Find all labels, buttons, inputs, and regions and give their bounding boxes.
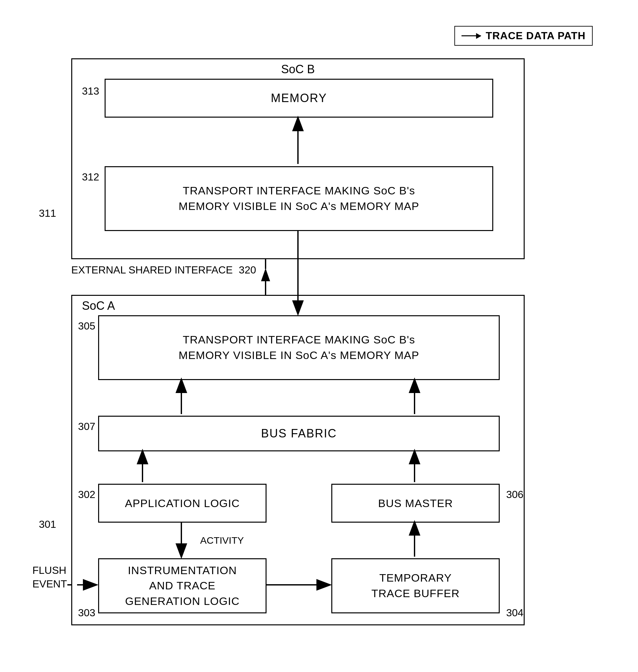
transport-b-label: TRANSPORT INTERFACE MAKING SoC B's MEMOR… xyxy=(179,183,419,214)
app-logic-label: APPLICATION LOGIC xyxy=(125,497,240,510)
ref-305: 305 xyxy=(78,320,95,332)
transport-a-box: TRANSPORT INTERFACE MAKING SoC B's MEMOR… xyxy=(98,315,500,380)
ref-307: 307 xyxy=(78,421,95,432)
legend: TRACE DATA PATH xyxy=(454,26,593,46)
transport-a-label: TRANSPORT INTERFACE MAKING SoC B's MEMOR… xyxy=(179,332,419,363)
trace-buffer-box: TEMPORARY TRACE BUFFER xyxy=(331,558,500,613)
soc-b-box: SoC B MEMORY 313 TRANSPORT INTERFACE MAK… xyxy=(71,58,525,259)
ref-302: 302 xyxy=(78,489,95,501)
bus-master-label: BUS MASTER xyxy=(378,497,453,510)
legend-arrow-icon xyxy=(461,35,481,36)
transport-b-box: TRANSPORT INTERFACE MAKING SoC B's MEMOR… xyxy=(105,166,493,231)
legend-label: TRACE DATA PATH xyxy=(486,30,586,42)
ref-313: 313 xyxy=(82,85,99,97)
soc-a-label: SoC A xyxy=(82,299,115,313)
ref-303: 303 xyxy=(78,607,95,619)
app-logic-box: APPLICATION LOGIC xyxy=(98,484,267,523)
memory-label: MEMORY xyxy=(271,92,327,105)
ref-311: 311 xyxy=(39,207,56,219)
bus-fabric-box: BUS FABRIC xyxy=(98,416,500,452)
ref-306: 306 xyxy=(506,489,523,501)
soc-a-box: SoC A TRANSPORT INTERFACE MAKING SoC B's… xyxy=(71,295,525,625)
ext-interface-label: EXTERNAL SHARED INTERFACE 320 xyxy=(71,264,256,276)
instrumentation-label: INSTRUMENTATION AND TRACE GENERATION LOG… xyxy=(125,563,240,609)
ref-320: 320 xyxy=(239,264,256,276)
ref-301: 301 xyxy=(39,519,56,530)
soc-b-label: SoC B xyxy=(281,63,315,76)
diagram-container: TRACE DATA PATH xyxy=(32,19,599,651)
trace-buffer-label: TEMPORARY TRACE BUFFER xyxy=(371,570,460,601)
instrumentation-box: INSTRUMENTATION AND TRACE GENERATION LOG… xyxy=(98,558,267,613)
memory-box: MEMORY xyxy=(105,79,493,118)
ref-312: 312 xyxy=(82,171,99,183)
bus-master-box: BUS MASTER xyxy=(331,484,500,523)
ref-304: 304 xyxy=(506,607,523,619)
activity-label: ACTIVITY xyxy=(200,535,244,546)
flush-event-label: FLUSH EVENT xyxy=(32,564,67,591)
bus-fabric-label: BUS FABRIC xyxy=(261,427,337,440)
